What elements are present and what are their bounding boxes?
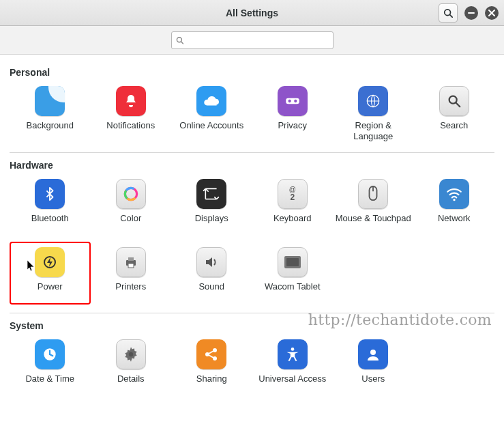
privacy-icon — [278, 86, 308, 116]
keyboard-icon: @ 2 — [278, 179, 308, 209]
item-keyboard[interactable]: @ 2 Keyboard — [252, 173, 333, 236]
item-printers[interactable]: Printers — [91, 242, 172, 305]
svg-point-9 — [294, 100, 297, 102]
item-search[interactable]: Search — [414, 81, 495, 144]
grid-hardware: Bluetooth Color Displays @ 2 Keyboard — [10, 173, 494, 305]
item-label: Background — [27, 120, 74, 141]
users-icon — [358, 339, 388, 369]
item-wacom-tablet[interactable]: Wacom Tablet — [252, 242, 333, 305]
item-sound[interactable]: Sound — [171, 242, 252, 305]
svg-line-35 — [209, 355, 213, 358]
item-displays[interactable]: Displays — [171, 173, 252, 236]
item-mouse-touchpad[interactable]: Mouse & Touchpad — [333, 173, 414, 236]
svg-point-36 — [291, 348, 294, 351]
section-title-personal: Personal — [10, 67, 494, 78]
item-label: Sound — [198, 281, 224, 302]
search-field-wrap[interactable] — [171, 31, 333, 49]
item-label: Date & Time — [25, 373, 74, 394]
power-icon — [35, 247, 65, 277]
item-label: Wacom Tablet — [265, 281, 321, 302]
svg-point-20 — [453, 199, 455, 201]
window-title: All Settings — [0, 8, 504, 18]
svg-line-1 — [450, 14, 453, 17]
item-label: Sharing — [196, 373, 227, 394]
item-label: Bluetooth — [31, 213, 69, 234]
item-color[interactable]: Color — [91, 173, 172, 236]
item-online-accounts[interactable]: Online Accounts — [171, 81, 252, 144]
cloud-icon — [196, 86, 226, 116]
item-label: Notifications — [106, 120, 155, 141]
wacom-icon — [278, 247, 308, 277]
displays-icon — [196, 179, 226, 209]
item-label: Privacy — [278, 120, 307, 141]
section-divider — [10, 313, 494, 313]
item-label: Search — [440, 120, 468, 141]
titlebar: All Settings — [0, 0, 504, 26]
content-area: Personal Background Notifications Online… — [0, 55, 504, 423]
item-privacy[interactable]: Privacy — [252, 81, 333, 144]
item-label: Color — [120, 213, 141, 234]
background-icon — [35, 86, 65, 116]
item-label: Power — [38, 281, 63, 302]
sharing-icon — [196, 339, 226, 369]
close-icon — [488, 10, 495, 16]
item-universal-access[interactable]: Universal Access — [252, 334, 333, 397]
search-magnify-icon — [439, 86, 469, 116]
item-sharing[interactable]: Sharing — [171, 334, 252, 397]
section-title-system: System — [10, 320, 494, 331]
svg-rect-7 — [286, 98, 299, 104]
search-icon — [443, 8, 453, 18]
item-network[interactable]: Network — [414, 173, 495, 236]
sound-icon — [196, 247, 226, 277]
printers-icon — [116, 247, 146, 277]
color-icon — [116, 179, 146, 209]
item-label: Online Accounts — [179, 120, 243, 141]
notifications-icon — [116, 86, 146, 116]
item-details[interactable]: Details — [91, 334, 172, 397]
svg-line-6 — [181, 42, 183, 44]
svg-rect-26 — [286, 258, 299, 266]
universal-access-icon — [278, 339, 308, 369]
svg-line-34 — [209, 351, 213, 354]
svg-point-37 — [370, 350, 376, 355]
search-icon — [176, 36, 183, 44]
titlebar-search-button[interactable] — [439, 3, 458, 23]
close-button[interactable] — [485, 6, 499, 20]
region-language-icon — [358, 86, 388, 116]
grid-personal: Background Notifications Online Accounts… — [10, 81, 494, 144]
item-label: Keyboard — [273, 213, 312, 234]
section-divider — [10, 152, 494, 153]
grid-system: Date & Time Details Sharing Universal Ac… — [10, 334, 494, 397]
svg-point-8 — [288, 100, 291, 102]
item-users[interactable]: Users — [333, 334, 414, 397]
svg-rect-23 — [128, 257, 134, 261]
item-label: Displays — [195, 213, 228, 234]
bluetooth-icon — [35, 179, 65, 209]
network-icon — [439, 179, 469, 209]
item-label: Printers — [115, 281, 146, 302]
item-bluetooth[interactable]: Bluetooth — [10, 173, 91, 236]
item-region-language[interactable]: Region & Language — [333, 81, 414, 144]
svg-rect-24 — [128, 264, 134, 268]
minimize-icon — [468, 10, 475, 16]
mouse-icon — [358, 179, 388, 209]
item-label: Region & Language — [334, 120, 413, 141]
gear-icon — [116, 339, 146, 369]
item-label: Mouse & Touchpad — [336, 213, 411, 234]
item-notifications[interactable]: Notifications — [91, 81, 172, 144]
minimize-button[interactable] — [464, 6, 478, 20]
searchbar — [0, 26, 504, 55]
item-label: Details — [117, 373, 145, 394]
svg-line-12 — [456, 103, 460, 107]
item-label: Universal Access — [258, 373, 326, 394]
section-title-hardware: Hardware — [10, 160, 494, 171]
item-date-time[interactable]: Date & Time — [10, 334, 91, 397]
item-label: Network — [438, 213, 471, 234]
item-label: Users — [361, 373, 385, 394]
item-background[interactable]: Background — [10, 81, 91, 144]
item-power[interactable]: Power — [10, 242, 91, 305]
clock-icon — [35, 339, 65, 369]
search-input[interactable] — [186, 35, 329, 45]
titlebar-right — [439, 3, 499, 23]
